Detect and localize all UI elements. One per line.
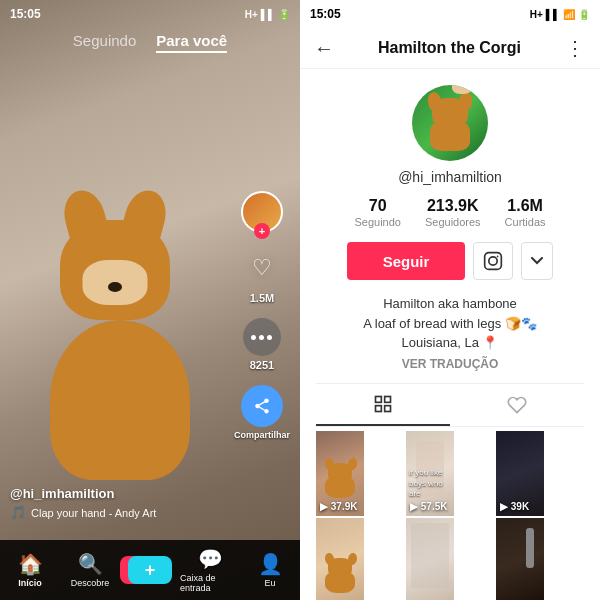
corgi-body bbox=[50, 320, 190, 480]
profile-header: ← Hamilton the Corgi ⋮ bbox=[300, 28, 600, 69]
creator-avatar-wrapper[interactable]: + bbox=[241, 191, 283, 233]
svg-rect-6 bbox=[385, 405, 391, 411]
profile-label: Eu bbox=[264, 578, 275, 588]
video-thumb-3[interactable]: ▶ 39K bbox=[496, 431, 544, 516]
thumb-corgi-4 bbox=[320, 558, 360, 593]
thumb-caption-2: if you like boys who are bbox=[409, 468, 451, 499]
likes-value: 1.6M bbox=[507, 197, 543, 215]
stat-following: 70 Seguindo bbox=[354, 197, 401, 228]
music-label: Clap your hand - Andy Art bbox=[31, 507, 156, 519]
wifi-right-icon: 📶 bbox=[563, 9, 575, 20]
video-info: @hi_imhamiltion 🎵 Clap your hand - Andy … bbox=[10, 486, 240, 520]
create-button[interactable] bbox=[128, 556, 172, 584]
instagram-button[interactable] bbox=[473, 242, 513, 280]
share-action[interactable]: Compartilhar bbox=[234, 385, 290, 440]
profile-name-header: Hamilton the Corgi bbox=[378, 39, 521, 57]
network-icon: H+ bbox=[245, 9, 258, 20]
svg-point-1 bbox=[489, 257, 497, 265]
dropdown-button[interactable] bbox=[521, 242, 553, 280]
like-action[interactable]: ♡ 1.5M bbox=[241, 247, 283, 304]
video-thumb-4[interactable] bbox=[316, 518, 364, 601]
avatar-face bbox=[452, 85, 472, 94]
corgi-nose bbox=[108, 282, 122, 292]
tab-liked[interactable] bbox=[450, 384, 584, 426]
video-thumb-6[interactable] bbox=[496, 518, 544, 601]
status-icons-left: H+ ▌▌ 🔋 bbox=[245, 9, 290, 20]
video-music: 🎵 Clap your hand - Andy Art bbox=[10, 505, 240, 520]
bio-line2: A loaf of bread with legs 🍞🐾 bbox=[363, 316, 537, 331]
status-bar-right: 15:05 H+ ▌▌ 📶 🔋 bbox=[300, 0, 600, 28]
profile-content: @hi_imhamiltion 70 Seguindo 213.9K Segui… bbox=[300, 69, 600, 600]
svg-rect-4 bbox=[385, 396, 391, 402]
right-panel: 15:05 H+ ▌▌ 📶 🔋 ← Hamilton the Corgi ⋮ bbox=[300, 0, 600, 600]
avatar-body bbox=[430, 119, 470, 151]
music-note-icon: 🎵 bbox=[10, 505, 26, 520]
back-button[interactable]: ← bbox=[314, 37, 334, 60]
profile-avatar bbox=[412, 85, 488, 161]
share-icon[interactable] bbox=[241, 385, 283, 427]
share-label: Compartilhar bbox=[234, 430, 290, 440]
stat-likes: 1.6M Curtidas bbox=[505, 197, 546, 228]
likes-label: Curtidas bbox=[505, 216, 546, 228]
comment-icon[interactable] bbox=[243, 318, 281, 356]
tab-foryou[interactable]: Para você bbox=[156, 32, 227, 53]
svg-rect-0 bbox=[485, 253, 502, 270]
followers-label: Seguidores bbox=[425, 216, 481, 228]
svg-rect-3 bbox=[376, 396, 382, 402]
nav-discover[interactable]: 🔍 Descobre bbox=[60, 552, 120, 588]
inbox-label: Caixa de entrada bbox=[180, 573, 240, 593]
nav-profile[interactable]: 👤 Eu bbox=[240, 552, 300, 588]
home-label: Início bbox=[18, 578, 42, 588]
heart-icon[interactable]: ♡ bbox=[241, 247, 283, 289]
video-username[interactable]: @hi_imhamiltion bbox=[10, 486, 240, 501]
avatar-corgi-drawing bbox=[420, 96, 480, 151]
time-left: 15:05 bbox=[10, 7, 41, 21]
content-tabs bbox=[316, 383, 584, 427]
translate-link[interactable]: VER TRADUÇÃO bbox=[402, 357, 499, 371]
right-actions: + ♡ 1.5M 8251 Compartilhar bbox=[234, 191, 290, 440]
more-options-button[interactable]: ⋮ bbox=[565, 36, 586, 60]
signal-right-icon: ▌▌ bbox=[546, 9, 560, 20]
left-panel: 15:05 H+ ▌▌ 🔋 Seguindo Para você + ♡ 1.5… bbox=[0, 0, 300, 600]
discover-label: Descobre bbox=[71, 578, 110, 588]
comment-count: 8251 bbox=[250, 359, 274, 371]
nav-tabs: Seguindo Para você bbox=[0, 32, 300, 53]
home-icon: 🏠 bbox=[18, 552, 43, 576]
bio-text: Hamilton aka hambone A loaf of bread wit… bbox=[363, 294, 537, 353]
battery-right-icon: 🔋 bbox=[578, 9, 590, 20]
nav-home[interactable]: 🏠 Início bbox=[0, 552, 60, 588]
thumb-views-3: ▶ 39K bbox=[500, 501, 529, 512]
follow-button[interactable]: Seguir bbox=[347, 242, 466, 280]
nav-create[interactable] bbox=[120, 556, 180, 584]
status-bar-left: 15:05 H+ ▌▌ 🔋 bbox=[0, 0, 300, 28]
comment-action[interactable]: 8251 bbox=[243, 318, 281, 371]
corgi-image bbox=[30, 220, 210, 480]
signal-icon: ▌▌ bbox=[261, 9, 275, 20]
thumb-views-1: ▶ 37.9K bbox=[320, 501, 357, 512]
video-grid: ▶ 37.9K ▶ 57.5K if you like boys who are… bbox=[316, 431, 584, 601]
video-thumb-1[interactable]: ▶ 37.9K bbox=[316, 431, 364, 516]
bio-line1: Hamilton aka hambone bbox=[383, 296, 517, 311]
time-right: 15:05 bbox=[310, 7, 341, 21]
thumb-corgi-1 bbox=[320, 463, 360, 498]
svg-point-2 bbox=[497, 256, 499, 258]
following-value: 70 bbox=[369, 197, 387, 215]
like-count: 1.5M bbox=[250, 292, 274, 304]
status-icons-right: H+ ▌▌ 📶 🔋 bbox=[530, 9, 590, 20]
tab-videos[interactable] bbox=[316, 384, 450, 426]
follow-plus-badge[interactable]: + bbox=[254, 223, 270, 239]
tab-following[interactable]: Seguindo bbox=[73, 32, 136, 53]
bio-line3: Louisiana, La 📍 bbox=[402, 335, 499, 350]
video-thumb-2[interactable]: ▶ 57.5K if you like boys who are bbox=[406, 431, 454, 516]
profile-icon: 👤 bbox=[258, 552, 283, 576]
discover-icon: 🔍 bbox=[78, 552, 103, 576]
username-handle: @hi_imhamiltion bbox=[398, 169, 502, 185]
video-thumb-5[interactable] bbox=[406, 518, 454, 601]
nav-inbox[interactable]: 💬 Caixa de entrada bbox=[180, 547, 240, 593]
inbox-icon: 💬 bbox=[198, 547, 223, 571]
svg-rect-5 bbox=[376, 405, 382, 411]
battery-icon-left: 🔋 bbox=[278, 9, 290, 20]
action-row: Seguir bbox=[347, 242, 554, 280]
stats-row: 70 Seguindo 213.9K Seguidores 1.6M Curti… bbox=[354, 197, 545, 228]
corgi-head bbox=[60, 220, 170, 320]
